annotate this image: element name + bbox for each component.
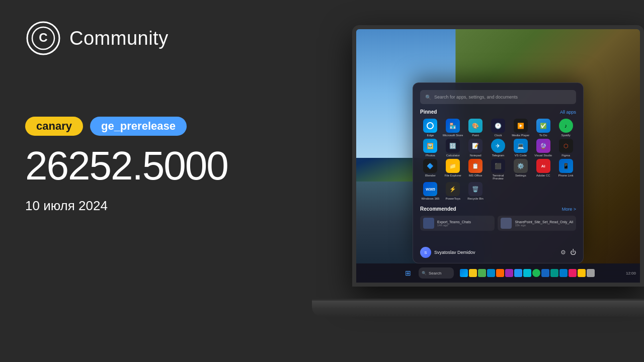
svg-text:C: C xyxy=(39,31,47,44)
pinned-recyclebin[interactable]: 🗑️ Recycle Bin xyxy=(465,182,486,200)
pinned-vs-label: Visual Studio xyxy=(534,154,552,157)
pinned-header: Pinned All apps xyxy=(420,109,576,115)
tb-app-icon-7[interactable] xyxy=(523,269,531,277)
taskbar-pinned-apps xyxy=(460,269,595,277)
logo-area: C Community xyxy=(25,20,307,56)
tb-edge-icon[interactable] xyxy=(460,269,468,277)
tb-app-icon-6[interactable] xyxy=(514,269,522,277)
windows-button[interactable]: ⊞ xyxy=(401,266,415,280)
start-search-bar[interactable]: 🔍 Search for apps, settings, and documen… xyxy=(420,90,576,104)
pinned-phonelink[interactable]: 📱 Phone Link xyxy=(555,159,576,180)
user-avatar: S xyxy=(420,247,431,258)
pinned-todo[interactable]: ✅ To Do xyxy=(533,119,553,137)
tb-app-icon-14[interactable] xyxy=(587,269,595,277)
pinned-telegram-label: Telegram xyxy=(492,154,505,157)
pinned-recycle-label: Recycle Bin xyxy=(467,197,484,200)
pinned-notepad-label: Notepad xyxy=(470,154,481,157)
tb-app-icon-11[interactable] xyxy=(559,269,568,277)
pinned-blender-label: Blender xyxy=(425,174,436,177)
pinned-vs[interactable]: 🔮 Visual Studio xyxy=(533,139,553,157)
tb-app-icon-4[interactable] xyxy=(496,269,504,277)
pinned-todo-label: To Do xyxy=(539,134,547,137)
laptop-mockup: 🔍 Search for apps, settings, and documen… xyxy=(312,25,644,317)
pinned-clock[interactable]: 🕐 Clock xyxy=(488,119,509,137)
pinned-office-label: MS Office xyxy=(469,174,482,177)
pinned-blender[interactable]: 🔷 Blender xyxy=(420,159,441,180)
pinned-store[interactable]: 🏪 Microsoft Store xyxy=(443,119,463,137)
power-icon[interactable]: ⏻ xyxy=(570,249,576,256)
pinned-w365[interactable]: W365 Windows 365 xyxy=(420,182,441,200)
more-link[interactable]: More > xyxy=(562,207,576,212)
pinned-terminal[interactable]: ⬛ Terminal Preview xyxy=(488,159,509,180)
tb-app-icon-12[interactable] xyxy=(569,269,577,277)
pinned-settings-label: Settings xyxy=(515,174,526,177)
pinned-photos[interactable]: 🖼️ Photos xyxy=(420,139,441,157)
user-actions: ⚙ ⏻ xyxy=(560,249,576,256)
rec-time-2: 15h ago xyxy=(515,224,573,227)
community-logo-icon: C xyxy=(25,20,61,56)
user-name: Svyatoslav Demidov xyxy=(434,250,475,255)
pinned-figma[interactable]: ⬡ Figma xyxy=(555,139,576,157)
pinned-clock-label: Clock xyxy=(494,134,502,137)
pinned-edge[interactable]: Edge xyxy=(420,119,441,137)
release-date: 10 июля 2024 xyxy=(25,198,307,214)
tb-clock: 12:00 xyxy=(626,271,636,276)
pinned-explorer-label: File Explorer xyxy=(444,174,461,177)
pinned-msoffice[interactable]: 📋 MS Office xyxy=(465,159,486,180)
settings-icon[interactable]: ⚙ xyxy=(560,249,566,256)
rec-info-1: Export_Teams_Chats 14h ago xyxy=(437,220,471,227)
pinned-phone-label: Phone Link xyxy=(558,174,574,177)
rec-item-2[interactable]: SharePoint_Site_Set_Read_Only_All 15h ag… xyxy=(498,216,576,231)
tb-app-icon-3[interactable] xyxy=(487,269,495,277)
pinned-adobe-label: Adobe CC xyxy=(536,174,550,177)
tb-app-icon-10[interactable] xyxy=(550,269,558,277)
all-apps-link[interactable]: All apps xyxy=(560,110,576,115)
prerelease-badge: ge_prerelease xyxy=(90,117,187,136)
pinned-settings[interactable]: ⚙️ Settings xyxy=(510,159,531,180)
tb-app-icon-5[interactable] xyxy=(505,269,513,277)
taskbar-search-text: Search xyxy=(429,271,441,276)
tb-app-icon-9[interactable] xyxy=(541,269,549,277)
rec-name-2: SharePoint_Site_Set_Read_Only_All xyxy=(515,220,573,224)
pinned-terminal-label: Terminal Preview xyxy=(488,174,509,180)
pinned-spotify-label: Spotify xyxy=(561,134,570,137)
tb-app-icon-8[interactable] xyxy=(532,269,540,277)
pinned-calc-label: Calculator xyxy=(446,154,460,157)
left-panel: C Community canary ge_prerelease 26252.5… xyxy=(0,0,332,362)
pinned-grid: Edge 🏪 Microsoft Store 🎨 P xyxy=(420,119,576,200)
recommended-section: Recommended More > Export_Teams_Chats 14… xyxy=(420,206,576,231)
pinned-calc[interactable]: 🔢 Calculator xyxy=(443,139,463,157)
pinned-telegram[interactable]: ✈ Telegram xyxy=(488,139,509,157)
pinned-adobe[interactable]: Ai Adobe CC xyxy=(533,159,553,180)
start-search-placeholder: Search for apps, settings, and documents xyxy=(434,95,518,100)
recommended-items: Export_Teams_Chats 14h ago SharePoint_Si… xyxy=(420,216,576,231)
pinned-powertoys[interactable]: ⚡ PowerToys xyxy=(443,182,463,200)
user-info[interactable]: S Svyatoslav Demidov xyxy=(420,247,475,258)
tb-app-icon-13[interactable] xyxy=(578,269,586,277)
pinned-media-label: Media Player xyxy=(512,134,529,137)
rec-icon-2 xyxy=(501,218,512,229)
pinned-fileexplorer[interactable]: 📁 File Explorer xyxy=(443,159,463,180)
pinned-notepad[interactable]: 📝 Notepad xyxy=(465,139,486,157)
pinned-photos-label: Photos xyxy=(426,154,435,157)
pinned-label: Pinned xyxy=(420,109,437,115)
taskbar-system-icons: 12:00 xyxy=(626,271,636,276)
pinned-vscode-label: VS Code xyxy=(515,154,527,157)
pinned-vscode[interactable]: 💻 VS Code xyxy=(510,139,531,157)
pinned-edge-label: Edge xyxy=(427,134,434,137)
recommended-header: Recommended More > xyxy=(420,206,576,212)
start-menu: 🔍 Search for apps, settings, and documen… xyxy=(413,82,584,263)
screen-content: 🔍 Search for apps, settings, and documen… xyxy=(356,29,640,283)
rec-info-2: SharePoint_Site_Set_Read_Only_All 15h ag… xyxy=(515,220,573,227)
pinned-figma-label: Figma xyxy=(561,154,570,157)
pinned-paint[interactable]: 🎨 Paint xyxy=(465,119,486,137)
recommended-label: Recommended xyxy=(420,206,456,212)
tb-app-icon-1[interactable] xyxy=(469,269,477,277)
taskbar-search[interactable]: 🔍 Search xyxy=(419,267,454,279)
rec-item-1[interactable]: Export_Teams_Chats 14h ago xyxy=(420,216,495,231)
laptop-base xyxy=(312,301,644,317)
tb-app-icon-2[interactable] xyxy=(478,269,486,277)
pinned-powertoys-label: PowerToys xyxy=(446,197,460,200)
pinned-mediaplayer[interactable]: ▶️ Media Player xyxy=(510,119,531,137)
pinned-spotify[interactable]: ♪ Spotify xyxy=(555,119,576,137)
